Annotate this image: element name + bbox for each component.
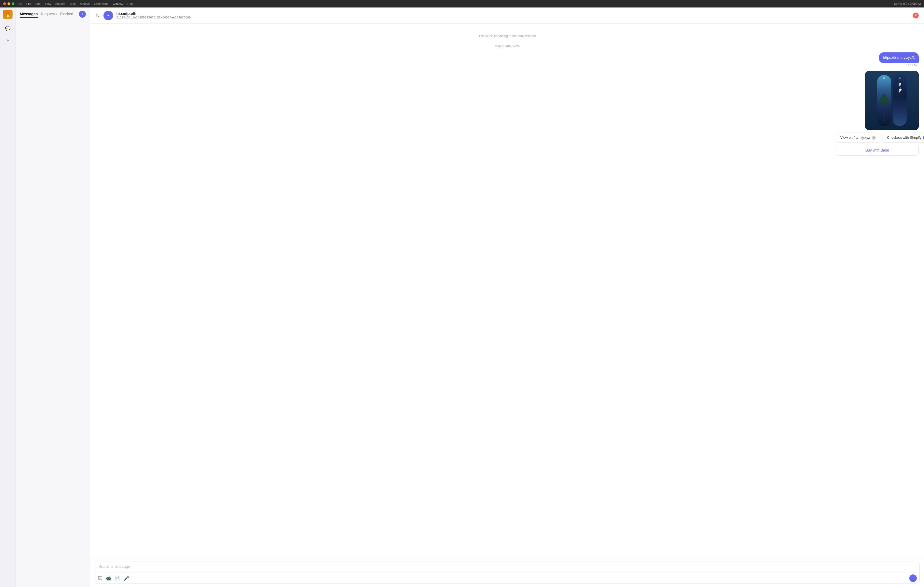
system-time: Sun Mar 24 3:09 AM xyxy=(894,2,921,5)
recipient-avatar xyxy=(104,11,113,20)
message-input[interactable] xyxy=(95,562,919,572)
product-card: liquid View on framify.xyz ⊕ Checkout wi… xyxy=(96,71,919,155)
menu-file[interactable]: File xyxy=(26,2,31,5)
view-framify-icon: ⊕ xyxy=(871,135,876,140)
menu-help[interactable]: Help xyxy=(127,2,134,5)
maximize-dot[interactable] xyxy=(12,2,15,5)
tab-blocked[interactable]: Blocked xyxy=(60,11,73,18)
close-icon: ✕ xyxy=(915,14,917,17)
image-toolbar-icon[interactable]: 🖼 xyxy=(97,576,102,580)
view-on-framify-button[interactable]: View on framify.xyz ⊕ xyxy=(836,133,880,143)
conversations-list xyxy=(15,21,90,587)
snowboard-2: liquid xyxy=(893,75,907,126)
buy-with-base-button[interactable]: Buy with Base xyxy=(836,145,919,155)
menu-extensions[interactable]: Extensions xyxy=(94,2,109,5)
sidebar-tabs: Messages Requests Blocked xyxy=(20,11,73,18)
close-dot[interactable] xyxy=(3,2,6,5)
chat-area: To: hi.xmtp.eth 0x194c31cAe1418D5256E8c5… xyxy=(91,8,924,587)
toolbar-left: 🖼 📹 📄 🎤 xyxy=(97,576,129,581)
titlebar: Arc File Edit View Spaces Tabs Archive E… xyxy=(0,0,924,8)
snowboards-display: liquid xyxy=(874,71,909,130)
send-icon: ↑ xyxy=(912,576,914,580)
minimize-dot[interactable] xyxy=(8,2,10,5)
product-actions-row: View on framify.xyz ⊕ Checkout with Shop… xyxy=(836,133,919,143)
window-controls[interactable] xyxy=(3,2,15,5)
message-wrapper-sent: https://framify.xyz/1 12:11 AM xyxy=(96,53,919,67)
close-chat-button[interactable]: ✕ xyxy=(913,13,919,18)
titlebar-right: Sun Mar 24 3:09 AM xyxy=(894,2,921,5)
message-toolbar: 🖼 📹 📄 🎤 ↑ xyxy=(95,572,919,584)
new-conversation-button[interactable]: + xyxy=(79,11,86,18)
message-input-area: 🖼 📹 📄 🎤 ↑ xyxy=(91,558,924,587)
product-image: liquid xyxy=(865,71,919,130)
view-framify-label: View on framify.xyz xyxy=(840,135,870,140)
chat-header-left: To: hi.xmtp.eth 0x194c31cAe1418D5256E8c5… xyxy=(96,11,191,20)
menu-spaces[interactable]: Spaces xyxy=(55,2,65,5)
conversations-sidebar: Messages Requests Blocked + xyxy=(15,8,91,587)
checkout-shopify-button[interactable]: Checkout with Shopify ⊕ xyxy=(883,133,924,143)
file-toolbar-icon[interactable]: 📄 xyxy=(115,576,120,581)
app-logo: 🔥 xyxy=(3,10,13,19)
video-toolbar-icon[interactable]: 📹 xyxy=(106,576,111,581)
titlebar-left: Arc File Edit View Spaces Tabs Archive E… xyxy=(3,2,134,5)
tab-requests[interactable]: Requests xyxy=(41,11,57,18)
messages-container[interactable]: This is the beginning of the conversatio… xyxy=(91,23,924,558)
mic-toolbar-icon[interactable]: 🎤 xyxy=(124,576,129,581)
recipient-address: 0x194c31cAe1418D5256E8c58e0d08Aee1046C6E… xyxy=(116,16,191,19)
sidebar-header: Messages Requests Blocked + xyxy=(15,8,90,21)
conversation-start-text: This is the beginning of the conversatio… xyxy=(96,29,919,40)
message-time: 12:11 AM xyxy=(905,64,919,67)
message-bubble-link: https://framify.xyz/1 xyxy=(879,53,919,63)
menu-tabs[interactable]: Tabs xyxy=(69,2,76,5)
to-label: To: xyxy=(96,13,100,17)
titlebar-menu: Arc File Edit View Spaces Tabs Archive E… xyxy=(18,2,134,5)
recipient-name: hi.xmtp.eth xyxy=(116,12,191,16)
chat-header: To: hi.xmtp.eth 0x194c31cAe1418D5256E8c5… xyxy=(91,8,924,23)
icon-sidebar: 🔥 💬 » xyxy=(0,8,15,587)
menu-edit[interactable]: Edit xyxy=(35,2,40,5)
send-button[interactable]: ↑ xyxy=(909,574,917,582)
checkout-shopify-label: Checkout with Shopify xyxy=(887,135,922,140)
snowboard-1 xyxy=(877,75,891,126)
chat-icon: 💬 xyxy=(5,26,10,31)
chevron-icon: » xyxy=(7,38,9,43)
chevron-icon-btn[interactable]: » xyxy=(3,35,13,45)
checkout-shopify-icon: ⊕ xyxy=(923,135,924,140)
product-actions: View on framify.xyz ⊕ Checkout with Shop… xyxy=(836,133,919,155)
menu-window[interactable]: Window xyxy=(112,2,123,5)
app-container: 🔥 💬 » Messages Requests Blocked + To: xyxy=(0,8,924,587)
tab-messages[interactable]: Messages xyxy=(20,11,38,18)
message-input-container: 🖼 📹 📄 🎤 ↑ xyxy=(95,562,920,584)
menu-archive[interactable]: Archive xyxy=(80,2,90,5)
date-divider: March 24th, 2024 xyxy=(96,42,919,50)
recipient-info: hi.xmtp.eth 0x194c31cAe1418D5256E8c58e0d… xyxy=(116,12,191,19)
menu-view[interactable]: View xyxy=(45,2,51,5)
menu-arc[interactable]: Arc xyxy=(18,2,22,5)
chat-icon-btn[interactable]: 💬 xyxy=(3,23,13,33)
